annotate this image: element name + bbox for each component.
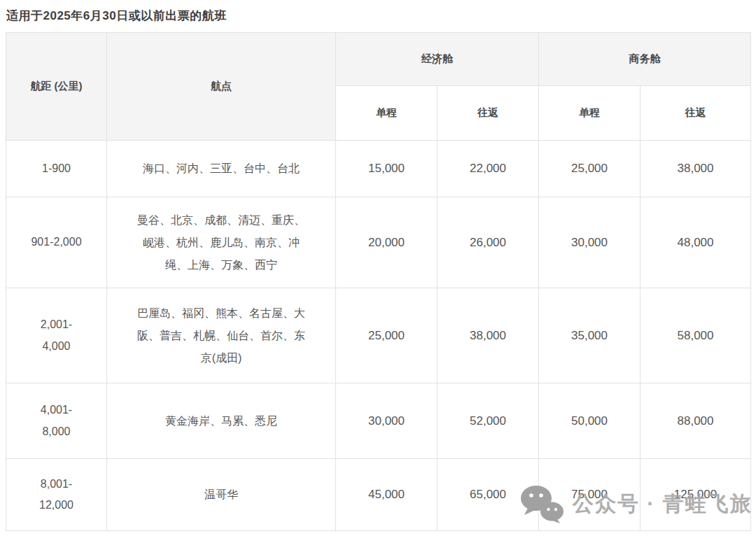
header-distance: 航距 (公里) bbox=[6, 33, 107, 141]
business-one-way-cell: 50,000 bbox=[539, 383, 640, 459]
destinations-cell: 海口、河内、三亚、台中、台北 bbox=[107, 141, 336, 197]
business-one-way-cell: 30,000 bbox=[539, 197, 640, 288]
economy-one-way-cell: 45,000 bbox=[336, 459, 438, 531]
distance-cell: 901-2,000 bbox=[6, 197, 107, 288]
destinations-cell: 巴厘岛、福冈、熊本、名古屋、大阪、普吉、札幌、仙台、首尔、东京(成田) bbox=[107, 288, 336, 383]
business-one-way-cell: 35,000 bbox=[539, 288, 640, 383]
business-round-trip-cell: 88,000 bbox=[640, 383, 751, 459]
header-economy-one-way: 单程 bbox=[336, 86, 438, 141]
distance-cell: 4,001-8,000 bbox=[6, 383, 107, 459]
economy-one-way-cell: 25,000 bbox=[336, 288, 438, 383]
header-destinations: 航点 bbox=[107, 33, 336, 141]
economy-round-trip-cell: 52,000 bbox=[438, 383, 539, 459]
table-row: 1-900 海口、河内、三亚、台中、台北 15,000 22,000 25,00… bbox=[6, 141, 751, 197]
award-chart-table: 航距 (公里) 航点 经济舱 商务舱 单程 往返 单程 往返 1-900 海口、… bbox=[6, 32, 751, 531]
distance-cell: 8,001-12,000 bbox=[6, 459, 107, 531]
destinations-cell: 黄金海岸、马累、悉尼 bbox=[107, 383, 336, 459]
business-one-way-cell: 75,000 bbox=[539, 459, 640, 531]
header-business-one-way: 单程 bbox=[539, 86, 640, 141]
business-one-way-cell: 25,000 bbox=[539, 141, 640, 197]
business-round-trip-cell: 125,000 bbox=[640, 459, 751, 531]
economy-one-way-cell: 20,000 bbox=[336, 197, 438, 288]
header-economy-class: 经济舱 bbox=[336, 33, 539, 86]
business-round-trip-cell: 38,000 bbox=[640, 141, 751, 197]
header-economy-round-trip: 往返 bbox=[438, 86, 539, 141]
business-round-trip-cell: 58,000 bbox=[640, 288, 751, 383]
distance-cell: 2,001-4,000 bbox=[6, 288, 107, 383]
economy-round-trip-cell: 22,000 bbox=[438, 141, 539, 197]
table-row: 2,001-4,000 巴厘岛、福冈、熊本、名古屋、大阪、普吉、札幌、仙台、首尔… bbox=[6, 288, 751, 383]
table-row: 8,001-12,000 温哥华 45,000 65,000 75,000 12… bbox=[6, 459, 751, 531]
economy-one-way-cell: 15,000 bbox=[336, 141, 438, 197]
economy-round-trip-cell: 26,000 bbox=[438, 197, 539, 288]
table-row: 901-2,000 曼谷、北京、成都、清迈、重庆、岘港、杭州、鹿儿岛、南京、冲绳… bbox=[6, 197, 751, 288]
economy-round-trip-cell: 38,000 bbox=[438, 288, 539, 383]
destinations-cell: 曼谷、北京、成都、清迈、重庆、岘港、杭州、鹿儿岛、南京、冲绳、上海、万象、西宁 bbox=[107, 197, 336, 288]
page-title: 适用于2025年6月30日或以前出票的航班 bbox=[6, 8, 227, 24]
destinations-cell: 温哥华 bbox=[107, 459, 336, 531]
header-business-class: 商务舱 bbox=[539, 33, 751, 86]
economy-one-way-cell: 30,000 bbox=[336, 383, 438, 459]
business-round-trip-cell: 48,000 bbox=[640, 197, 751, 288]
table-row: 4,001-8,000 黄金海岸、马累、悉尼 30,000 52,000 50,… bbox=[6, 383, 751, 459]
distance-cell: 1-900 bbox=[6, 141, 107, 197]
economy-round-trip-cell: 65,000 bbox=[438, 459, 539, 531]
header-business-round-trip: 往返 bbox=[640, 86, 751, 141]
